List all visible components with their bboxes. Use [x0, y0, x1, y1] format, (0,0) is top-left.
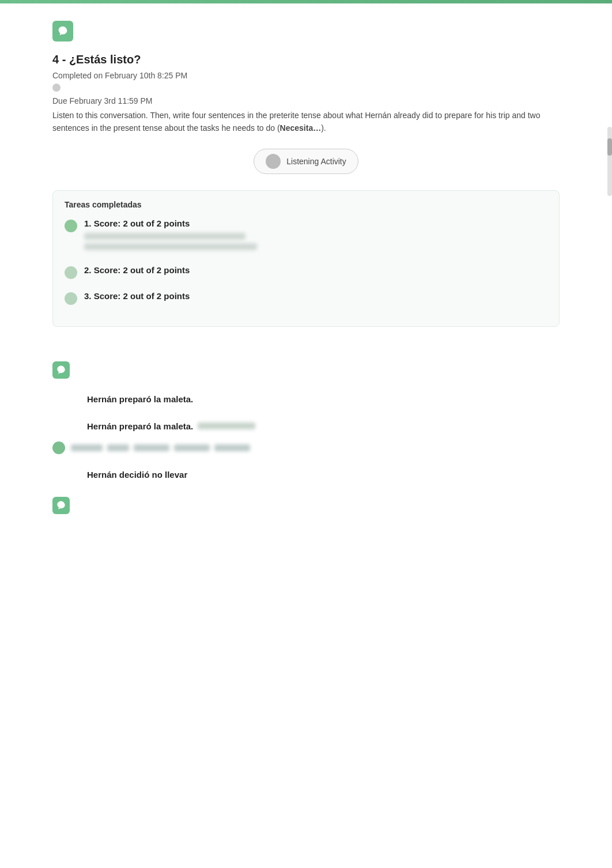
- blurred-word-3b: [107, 444, 129, 451]
- logo-area: [52, 21, 560, 41]
- score-item-3: 3. Score: 2 out of 2 points: [65, 291, 547, 305]
- blurred-answer-1a: [84, 233, 245, 240]
- response-row-3: [52, 441, 560, 454]
- score-icon-1: [65, 220, 77, 232]
- score-item-1: 1. Score: 2 out of 2 points: [65, 218, 547, 254]
- blurred-word-3a: [71, 444, 103, 451]
- score-icon-2: [65, 266, 77, 279]
- response-blurred-2: [198, 422, 255, 429]
- tareas-header: Tareas completadas: [65, 200, 547, 209]
- bottom-logo-icon: [52, 361, 70, 379]
- response-blurred-3-container: [71, 444, 250, 451]
- app-logo-icon: [52, 21, 73, 41]
- listening-icon: [266, 154, 281, 169]
- blurred-word-3e: [214, 444, 250, 451]
- response-block-1: Hernán preparó la maleta.: [52, 388, 560, 417]
- listening-activity-label: Listening Activity: [286, 157, 346, 166]
- score-content-3: 3. Score: 2 out of 2 points: [84, 291, 547, 305]
- score-icon-3: [65, 292, 77, 305]
- tareas-section: Tareas completadas 1. Score: 2 out of 2 …: [52, 190, 560, 327]
- score-label-3: 3. Score: 2 out of 2 points: [84, 291, 547, 301]
- score-label-2: 2. Score: 2 out of 2 points: [84, 265, 547, 275]
- scrollbar[interactable]: [607, 127, 612, 196]
- blurred-answer-1b: [84, 243, 257, 250]
- response-block-2: Hernán preparó la maleta.: [52, 417, 560, 441]
- listening-activity-button[interactable]: Listening Activity: [254, 149, 358, 174]
- response-sentence-1: Hernán preparó la maleta.: [87, 393, 560, 406]
- score-content-1: 1. Score: 2 out of 2 points: [84, 218, 547, 254]
- bottom-logo-icon-2: [52, 497, 70, 514]
- scrollbar-thumb[interactable]: [607, 138, 612, 156]
- score-content-2: 2. Score: 2 out of 2 points: [84, 265, 547, 280]
- bottom-section: Hernán preparó la maleta. Hernán preparó…: [52, 350, 560, 535]
- response-sentence-4: Hernán decidió no llevar: [87, 468, 560, 482]
- blurred-word-3d: [174, 444, 210, 451]
- due-date-icon: [52, 84, 61, 92]
- response-block-4: Hernán decidió no llevar: [52, 463, 560, 492]
- due-date-text: Due February 3rd 11:59 PM: [52, 96, 560, 105]
- blurred-word-3c: [134, 444, 169, 451]
- assignment-title: 4 - ¿Estás listo?: [52, 53, 560, 66]
- score-label-1: 1. Score: 2 out of 2 points: [84, 218, 547, 228]
- response-sentence-2-text: Hernán preparó la maleta.: [87, 421, 193, 431]
- description-text: Listen to this conversation. Then, write…: [52, 109, 560, 135]
- response-icon-3: [52, 441, 65, 454]
- completed-text: Completed on February 10th 8:25 PM: [52, 71, 560, 80]
- response-sentence-2-container: Hernán preparó la maleta.: [87, 421, 560, 431]
- score-item-2: 2. Score: 2 out of 2 points: [65, 265, 547, 280]
